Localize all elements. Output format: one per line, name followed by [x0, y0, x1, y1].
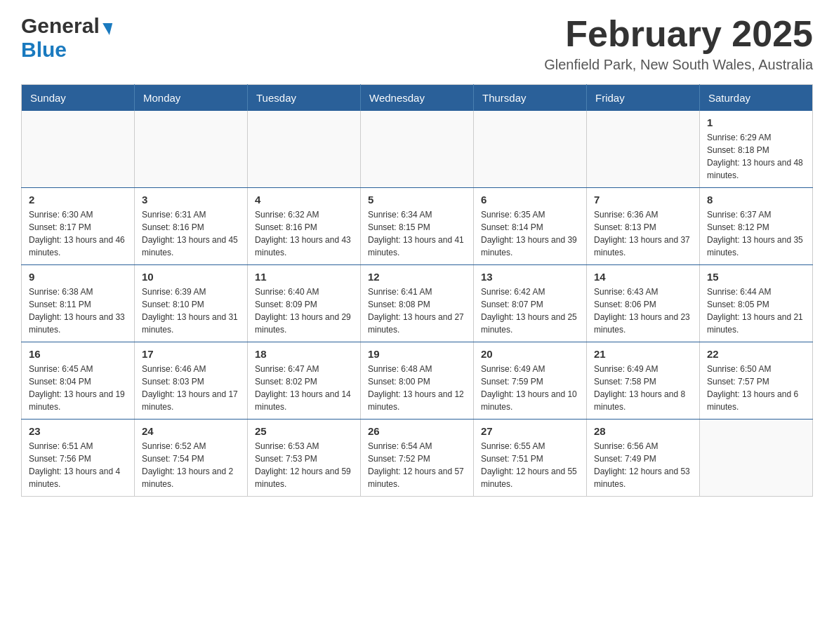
day-number: 14 — [594, 271, 692, 283]
day-info: Sunrise: 6:37 AM Sunset: 8:12 PM Dayligh… — [707, 208, 805, 259]
calendar-cell: 24Sunrise: 6:52 AM Sunset: 7:54 PM Dayli… — [135, 420, 248, 497]
day-info: Sunrise: 6:54 AM Sunset: 7:52 PM Dayligh… — [368, 440, 466, 490]
day-number: 26 — [368, 425, 466, 437]
day-info: Sunrise: 6:52 AM Sunset: 7:54 PM Dayligh… — [142, 440, 240, 490]
calendar-cell — [587, 111, 700, 188]
calendar-header-sunday: Sunday — [22, 85, 135, 112]
day-info: Sunrise: 6:46 AM Sunset: 8:03 PM Dayligh… — [142, 363, 240, 413]
day-info: Sunrise: 6:49 AM Sunset: 7:59 PM Dayligh… — [481, 363, 579, 413]
calendar-cell: 3Sunrise: 6:31 AM Sunset: 8:16 PM Daylig… — [135, 188, 248, 265]
day-number: 17 — [142, 348, 240, 360]
day-number: 9 — [29, 271, 127, 283]
day-info: Sunrise: 6:32 AM Sunset: 8:16 PM Dayligh… — [255, 208, 353, 259]
calendar-cell: 17Sunrise: 6:46 AM Sunset: 8:03 PM Dayli… — [135, 342, 248, 420]
calendar-cell: 21Sunrise: 6:49 AM Sunset: 7:58 PM Dayli… — [587, 342, 700, 420]
day-number: 21 — [594, 348, 692, 360]
calendar-week-row: 23Sunrise: 6:51 AM Sunset: 7:56 PM Dayli… — [22, 420, 813, 497]
logo-blue-text: Blue — [21, 38, 67, 61]
day-info: Sunrise: 6:47 AM Sunset: 8:02 PM Dayligh… — [255, 363, 353, 413]
calendar-cell: 20Sunrise: 6:49 AM Sunset: 7:59 PM Dayli… — [474, 342, 587, 420]
calendar-cell: 11Sunrise: 6:40 AM Sunset: 8:09 PM Dayli… — [248, 265, 361, 342]
day-number: 24 — [142, 425, 240, 437]
calendar-cell: 4Sunrise: 6:32 AM Sunset: 8:16 PM Daylig… — [248, 188, 361, 265]
calendar-cell: 27Sunrise: 6:55 AM Sunset: 7:51 PM Dayli… — [474, 420, 587, 497]
calendar-cell — [700, 420, 813, 497]
day-info: Sunrise: 6:55 AM Sunset: 7:51 PM Dayligh… — [481, 440, 579, 490]
calendar-cell: 15Sunrise: 6:44 AM Sunset: 8:05 PM Dayli… — [700, 265, 813, 342]
day-number: 15 — [707, 271, 805, 283]
logo-general-text: General — [21, 14, 100, 38]
calendar-cell: 1Sunrise: 6:29 AM Sunset: 8:18 PM Daylig… — [700, 111, 813, 188]
calendar-week-row: 9Sunrise: 6:38 AM Sunset: 8:11 PM Daylig… — [22, 265, 813, 342]
day-info: Sunrise: 6:45 AM Sunset: 8:04 PM Dayligh… — [29, 363, 127, 413]
day-info: Sunrise: 6:30 AM Sunset: 8:17 PM Dayligh… — [29, 208, 127, 259]
logo: General Blue — [21, 14, 112, 62]
day-number: 6 — [481, 194, 579, 206]
day-info: Sunrise: 6:35 AM Sunset: 8:14 PM Dayligh… — [481, 208, 579, 259]
calendar-cell — [474, 111, 587, 188]
calendar-cell: 8Sunrise: 6:37 AM Sunset: 8:12 PM Daylig… — [700, 188, 813, 265]
day-number: 5 — [368, 194, 466, 206]
calendar-header-saturday: Saturday — [700, 85, 813, 112]
day-info: Sunrise: 6:56 AM Sunset: 7:49 PM Dayligh… — [594, 440, 692, 490]
calendar-cell: 23Sunrise: 6:51 AM Sunset: 7:56 PM Dayli… — [22, 420, 135, 497]
calendar-header-friday: Friday — [587, 85, 700, 112]
day-number: 12 — [368, 271, 466, 283]
day-number: 7 — [594, 194, 692, 206]
day-info: Sunrise: 6:38 AM Sunset: 8:11 PM Dayligh… — [29, 286, 127, 336]
calendar-cell: 16Sunrise: 6:45 AM Sunset: 8:04 PM Dayli… — [22, 342, 135, 420]
logo-triangle-icon — [101, 23, 112, 35]
day-number: 28 — [594, 425, 692, 437]
calendar-cell: 19Sunrise: 6:48 AM Sunset: 8:00 PM Dayli… — [361, 342, 474, 420]
calendar-week-row: 16Sunrise: 6:45 AM Sunset: 8:04 PM Dayli… — [22, 342, 813, 420]
day-number: 13 — [481, 271, 579, 283]
calendar-cell: 13Sunrise: 6:42 AM Sunset: 8:07 PM Dayli… — [474, 265, 587, 342]
day-info: Sunrise: 6:51 AM Sunset: 7:56 PM Dayligh… — [29, 440, 127, 490]
day-number: 10 — [142, 271, 240, 283]
calendar-header-monday: Monday — [135, 85, 248, 112]
day-info: Sunrise: 6:44 AM Sunset: 8:05 PM Dayligh… — [707, 286, 805, 336]
day-number: 22 — [707, 348, 805, 360]
calendar-cell: 2Sunrise: 6:30 AM Sunset: 8:17 PM Daylig… — [22, 188, 135, 265]
calendar-cell: 25Sunrise: 6:53 AM Sunset: 7:53 PM Dayli… — [248, 420, 361, 497]
calendar-cell — [361, 111, 474, 188]
day-number: 25 — [255, 425, 353, 437]
calendar-cell — [22, 111, 135, 188]
day-number: 11 — [255, 271, 353, 283]
calendar-cell: 10Sunrise: 6:39 AM Sunset: 8:10 PM Dayli… — [135, 265, 248, 342]
month-title: February 2025 — [544, 14, 813, 54]
calendar-week-row: 1Sunrise: 6:29 AM Sunset: 8:18 PM Daylig… — [22, 111, 813, 188]
calendar-table: SundayMondayTuesdayWednesdayThursdayFrid… — [21, 84, 813, 497]
day-number: 18 — [255, 348, 353, 360]
day-number: 23 — [29, 425, 127, 437]
day-info: Sunrise: 6:40 AM Sunset: 8:09 PM Dayligh… — [255, 286, 353, 336]
page-header: General Blue February 2025 Glenfield Par… — [21, 14, 813, 73]
calendar-cell: 12Sunrise: 6:41 AM Sunset: 8:08 PM Dayli… — [361, 265, 474, 342]
day-info: Sunrise: 6:39 AM Sunset: 8:10 PM Dayligh… — [142, 286, 240, 336]
day-info: Sunrise: 6:50 AM Sunset: 7:57 PM Dayligh… — [707, 363, 805, 413]
calendar-header-row: SundayMondayTuesdayWednesdayThursdayFrid… — [22, 85, 813, 112]
calendar-cell: 5Sunrise: 6:34 AM Sunset: 8:15 PM Daylig… — [361, 188, 474, 265]
day-info: Sunrise: 6:31 AM Sunset: 8:16 PM Dayligh… — [142, 208, 240, 259]
calendar-cell: 7Sunrise: 6:36 AM Sunset: 8:13 PM Daylig… — [587, 188, 700, 265]
day-number: 27 — [481, 425, 579, 437]
day-number: 1 — [707, 116, 805, 128]
calendar-cell — [248, 111, 361, 188]
calendar-cell: 22Sunrise: 6:50 AM Sunset: 7:57 PM Dayli… — [700, 342, 813, 420]
day-number: 3 — [142, 194, 240, 206]
day-number: 20 — [481, 348, 579, 360]
calendar-cell: 26Sunrise: 6:54 AM Sunset: 7:52 PM Dayli… — [361, 420, 474, 497]
calendar-header-tuesday: Tuesday — [248, 85, 361, 112]
day-info: Sunrise: 6:43 AM Sunset: 8:06 PM Dayligh… — [594, 286, 692, 336]
day-info: Sunrise: 6:53 AM Sunset: 7:53 PM Dayligh… — [255, 440, 353, 490]
calendar-cell: 14Sunrise: 6:43 AM Sunset: 8:06 PM Dayli… — [587, 265, 700, 342]
day-number: 8 — [707, 194, 805, 206]
day-info: Sunrise: 6:34 AM Sunset: 8:15 PM Dayligh… — [368, 208, 466, 259]
day-info: Sunrise: 6:49 AM Sunset: 7:58 PM Dayligh… — [594, 363, 692, 413]
calendar-header-thursday: Thursday — [474, 85, 587, 112]
calendar-cell: 9Sunrise: 6:38 AM Sunset: 8:11 PM Daylig… — [22, 265, 135, 342]
day-info: Sunrise: 6:41 AM Sunset: 8:08 PM Dayligh… — [368, 286, 466, 336]
calendar-week-row: 2Sunrise: 6:30 AM Sunset: 8:17 PM Daylig… — [22, 188, 813, 265]
calendar-cell: 28Sunrise: 6:56 AM Sunset: 7:49 PM Dayli… — [587, 420, 700, 497]
calendar-header-wednesday: Wednesday — [361, 85, 474, 112]
